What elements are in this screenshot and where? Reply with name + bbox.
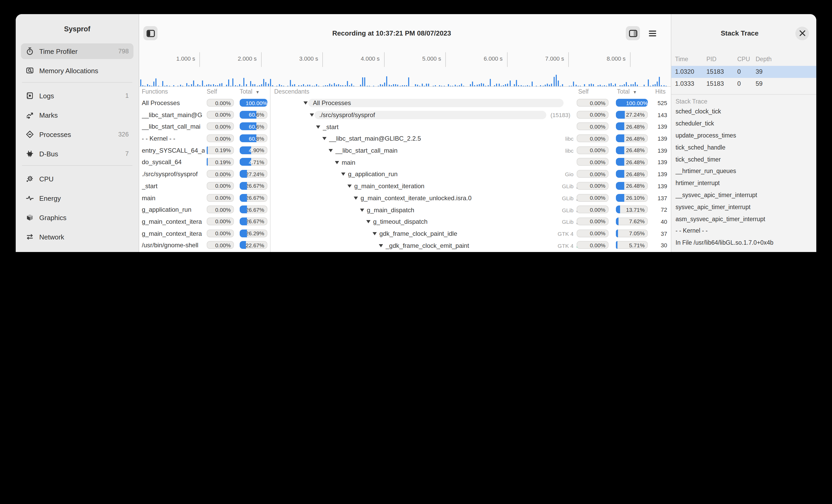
function-row[interactable]: g_main_context_itera0.00%26.67%26.67%	[139, 216, 270, 228]
sidebar-item-cpu[interactable]: CPU	[21, 171, 133, 187]
stack-frame[interactable]: __sysvec_apic_timer_interrupt	[671, 189, 816, 201]
samples-column-time[interactable]: Time	[675, 56, 706, 62]
descendant-row[interactable]: _gdk_frame_clock_emit_paintGTK 40.00%5.7…	[270, 240, 671, 251]
function-row[interactable]: main0.00%26.67%26.67%	[139, 192, 270, 204]
collapse-icon[interactable]	[379, 244, 386, 247]
function-row[interactable]: g_application_run0.00%26.67%26.67%	[139, 204, 270, 216]
hits-column-label[interactable]: Hits	[655, 88, 666, 95]
self-column-label[interactable]: Self	[207, 88, 217, 95]
stack-frame[interactable]: - - Kernel - -	[671, 225, 816, 237]
descendant-row[interactable]: g_application_runGio0.00%26.48%26.48%139	[270, 168, 671, 180]
percent-bar: 0.00%	[577, 229, 608, 237]
sample-row[interactable]: 1.032015183039	[671, 66, 816, 78]
collapse-icon[interactable]	[335, 161, 342, 164]
descendant-row[interactable]: g_timeout_dispatchGLib0.00%7.62%7.62%40	[270, 216, 671, 228]
descendant-name: _gdk_frame_clock_emit_paint	[386, 242, 469, 249]
desc-self-column-label[interactable]: Self	[578, 88, 589, 95]
sidebar-item-processes[interactable]: Processes326	[21, 127, 133, 142]
stack-frame[interactable]: asm_sysvec_apic_timer_interrupt	[671, 213, 816, 225]
collapse-icon[interactable]	[354, 197, 361, 200]
function-row[interactable]: ./src/sysprof/sysprof0.00%27.24%27.24%	[139, 168, 270, 180]
descendants-column-label[interactable]: Descendants	[274, 88, 309, 95]
cpu-activity-waveform	[139, 66, 671, 86]
hits-count: 139	[645, 145, 667, 157]
timeline[interactable]: 1.000 s2.000 s3.000 s4.000 s5.000 s6.000…	[139, 52, 671, 86]
samples-column-cpu[interactable]: CPU	[737, 56, 756, 62]
desc-total-column-label[interactable]: Total▼	[617, 88, 630, 95]
total-column-label[interactable]: Total▼	[240, 88, 253, 95]
stack-frame[interactable]: sched_clock_tick	[671, 106, 816, 118]
stack-frame[interactable]: In File /usr/lib64/libGL.so.1.7.0+0x4b	[671, 237, 816, 249]
stack-panel-header: Stack Trace	[671, 14, 816, 52]
descendant-row[interactable]: main0.00%26.48%26.48%139	[270, 157, 671, 168]
sidebar-item-count: 7	[125, 150, 129, 157]
sidebar-item-storage[interactable]: Storage	[21, 248, 133, 252]
stack-frame[interactable]: gdk_draw_context_begin_frame_full	[671, 249, 816, 252]
functions-column-label[interactable]: Functions	[142, 88, 168, 95]
collapse-icon[interactable]	[322, 137, 329, 140]
toggle-left-panel-button[interactable]	[144, 26, 157, 40]
sample-depth: 59	[756, 80, 763, 87]
dbus-icon	[26, 149, 34, 158]
sidebar-item-logs[interactable]: Logs1	[21, 88, 133, 104]
sidebar-item-time-profiler[interactable]: Time Profiler798	[21, 44, 133, 59]
stack-frame[interactable]: update_process_times	[671, 130, 816, 142]
function-name: - - Kernel - -	[142, 133, 205, 145]
function-row[interactable]: /usr/bin/gnome-shell0.00%22.67%22.67%	[139, 240, 270, 251]
descendant-row[interactable]: gdk_frame_clock_paint_idleGTK 40.00%7.05…	[270, 228, 671, 240]
collapse-icon[interactable]	[372, 232, 380, 235]
samples-column-pid[interactable]: PID	[706, 56, 737, 62]
stack-frame[interactable]: tick_sched_handle	[671, 142, 816, 154]
descendant-row[interactable]: __libc_start_main@GLIBC_2.2.5libc0.00%26…	[270, 133, 671, 145]
function-row[interactable]: __libc_start_main@G0.00%60.76%60.76%	[139, 109, 270, 121]
samples-column-depth[interactable]: Depth	[756, 56, 772, 62]
descendant-row[interactable]: g_signal_emitGObject0.00%5.71%5.71%30	[270, 251, 671, 252]
descendant-row[interactable]: ./src/sysprof/sysprof(15183)0.00%27.24%2…	[270, 109, 671, 121]
percent-bar: 0.00%	[577, 170, 608, 178]
function-row[interactable]: _start0.00%26.67%26.67%	[139, 180, 270, 192]
sidebar-item-d-bus[interactable]: D-Bus7	[21, 146, 133, 162]
descendant-name: g_timeout_dispatch	[373, 218, 427, 225]
function-row[interactable]: - - Kernel - -0.00%60.38%60.38%	[139, 133, 270, 145]
sidebar-item-graphics[interactable]: Graphics	[21, 209, 133, 225]
function-row[interactable]: g_main_loop_run0.00%21.71%21.71%	[139, 251, 270, 252]
menu-button[interactable]	[645, 26, 659, 40]
stack-frame[interactable]: tick_sched_timer	[671, 153, 816, 166]
stack-frame[interactable]: __hrtimer_run_queues	[671, 166, 816, 177]
collapse-icon[interactable]	[360, 208, 367, 212]
descendant-row[interactable]: g_main_context_iterate_unlocked.isra.0GL…	[270, 192, 671, 204]
sidebar-item-energy[interactable]: Energy	[21, 190, 133, 206]
timeline-tick-label: 1.000 s	[153, 55, 195, 62]
percent-bar: 100.00%100.00%	[616, 99, 648, 107]
descendant-row[interactable]: g_main_context_iterationGLib0.00%26.48%2…	[270, 180, 671, 192]
function-name: g_main_loop_run	[142, 251, 205, 252]
sidebar-item-count: 326	[118, 131, 129, 138]
function-row[interactable]: All Processes0.00%100.00%100.00%	[139, 97, 270, 109]
collapse-icon[interactable]	[329, 149, 335, 152]
sidebar-item-marks[interactable]: Marks	[21, 107, 133, 123]
stack-frame[interactable]: sysvec_apic_timer_interrupt	[671, 201, 816, 213]
collapse-icon[interactable]	[341, 173, 348, 176]
descendant-row[interactable]: All Processes0.00%100.00%100.00%525	[270, 97, 671, 109]
processes-icon	[26, 130, 34, 139]
function-row[interactable]: __libc_start_call_mai0.00%60.76%60.76%	[139, 121, 270, 133]
close-panel-button[interactable]	[796, 26, 809, 40]
sidebar-item-memory-allocations[interactable]: Memory Allocations	[21, 63, 133, 78]
percent-bar: 0.00%	[207, 218, 234, 225]
function-row[interactable]: do_syscall_640.19%0.19%41.71%41.71%	[139, 157, 270, 168]
collapse-icon[interactable]	[347, 185, 354, 188]
stack-frame[interactable]: scheduler_tick	[671, 118, 816, 130]
collapse-icon[interactable]	[316, 125, 323, 128]
percent-bar: 26.29%26.29%	[240, 229, 267, 237]
stack-frame[interactable]: hrtimer_interrupt	[671, 177, 816, 189]
sidebar-item-network[interactable]: Network	[21, 229, 133, 245]
toggle-right-panel-button[interactable]	[626, 26, 640, 40]
function-row[interactable]: g_main_context_itera0.00%26.29%26.29%	[139, 228, 270, 240]
descendant-row[interactable]: __libc_start_call_mainlibc0.00%26.48%26.…	[270, 145, 671, 157]
header-bar: Recording at 10:37:21 PM 08/07/2023	[139, 14, 671, 52]
descendant-row[interactable]: g_main_dispatchGLib0.00%13.71%13.71%72	[270, 204, 671, 216]
descendant-row[interactable]: _start0.00%26.48%26.48%139	[270, 121, 671, 133]
collapse-icon[interactable]	[366, 220, 373, 223]
sample-row[interactable]: 1.033315183059	[671, 78, 816, 89]
function-row[interactable]: entry_SYSCALL_64_a0.19%0.19%41.90%41.90%	[139, 145, 270, 157]
